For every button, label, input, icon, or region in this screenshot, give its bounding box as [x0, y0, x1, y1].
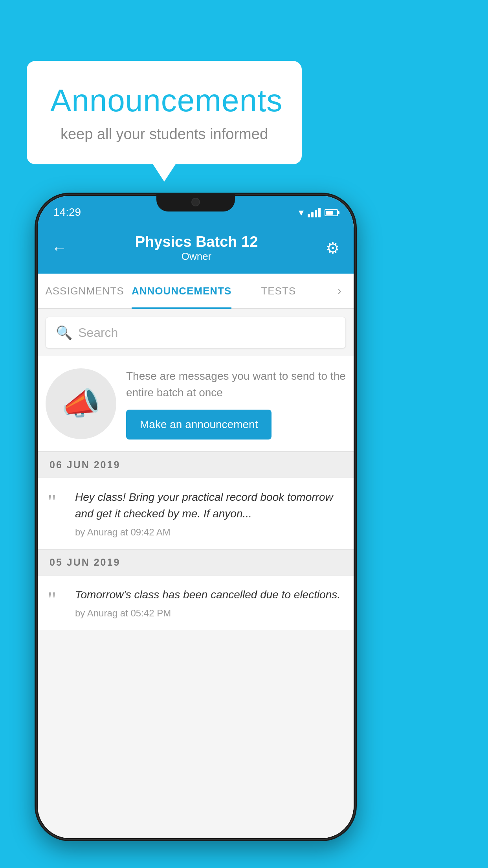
notch [156, 193, 235, 211]
header-center: Physics Batch 12 Owner [135, 234, 258, 263]
phone-screen: 14:29 ▾ ← [38, 196, 354, 838]
battery-fill [326, 211, 333, 215]
status-time: 14:29 [53, 206, 81, 219]
announcement-cta: 📣 These are messages you want to send to… [38, 356, 354, 452]
announcement-content-2: Tomorrow's class has been cancelled due … [75, 587, 346, 619]
announcement-item-2[interactable]: " Tomorrow's class has been cancelled du… [38, 576, 354, 630]
date-separator-1: 06 JUN 2019 [38, 452, 354, 478]
announcement-text-2: Tomorrow's class has been cancelled due … [75, 587, 346, 603]
phone-frame: 14:29 ▾ ← [35, 193, 357, 841]
settings-icon[interactable]: ⚙ [326, 239, 340, 257]
speech-bubble: Announcements keep all your students inf… [27, 61, 302, 164]
speech-bubble-container: Announcements keep all your students inf… [27, 61, 302, 164]
megaphone-icon: 📣 [61, 385, 101, 422]
cta-right: These are messages you want to send to t… [126, 368, 346, 440]
date-separator-2: 05 JUN 2019 [38, 549, 354, 576]
tab-announcements[interactable]: ANNOUNCEMENTS [132, 274, 231, 308]
bubble-subtitle: keep all your students informed [50, 126, 278, 143]
header-title: Physics Batch 12 [135, 234, 258, 250]
search-icon: 🔍 [56, 325, 72, 340]
announcement-meta-2: by Anurag at 05:42 PM [75, 608, 346, 619]
announcement-content-1: Hey class! Bring your practical record b… [75, 489, 346, 538]
front-camera [191, 198, 200, 206]
header-subtitle: Owner [135, 250, 258, 263]
tab-assignments[interactable]: ASSIGNMENTS [38, 274, 132, 308]
search-bar[interactable]: 🔍 Search [46, 317, 346, 348]
status-icons: ▾ [299, 206, 338, 219]
wifi-icon: ▾ [299, 206, 304, 219]
phone-container: 14:29 ▾ ← [35, 193, 357, 841]
tab-more[interactable]: › [325, 274, 354, 308]
tabs-bar: ASSIGNMENTS ANNOUNCEMENTS TESTS › [38, 274, 354, 309]
bubble-title: Announcements [50, 83, 278, 119]
megaphone-circle: 📣 [46, 368, 116, 439]
battery-icon [325, 209, 338, 216]
signal-icon [308, 208, 321, 217]
announcement-text-1: Hey class! Bring your practical record b… [75, 489, 346, 522]
make-announcement-button[interactable]: Make an announcement [126, 410, 272, 440]
back-button[interactable]: ← [51, 239, 67, 257]
app-header: ← Physics Batch 12 Owner ⚙ [38, 223, 354, 274]
announcement-item-1[interactable]: " Hey class! Bring your practical record… [38, 478, 354, 549]
screen-content: ← Physics Batch 12 Owner ⚙ ASSIGNMENTS A… [38, 223, 354, 838]
search-placeholder: Search [78, 326, 118, 340]
quote-icon-1: " [48, 491, 67, 538]
quote-icon-2: " [48, 588, 67, 619]
cta-description: These are messages you want to send to t… [126, 368, 346, 401]
announcement-meta-1: by Anurag at 09:42 AM [75, 527, 346, 538]
tab-tests[interactable]: TESTS [231, 274, 325, 308]
